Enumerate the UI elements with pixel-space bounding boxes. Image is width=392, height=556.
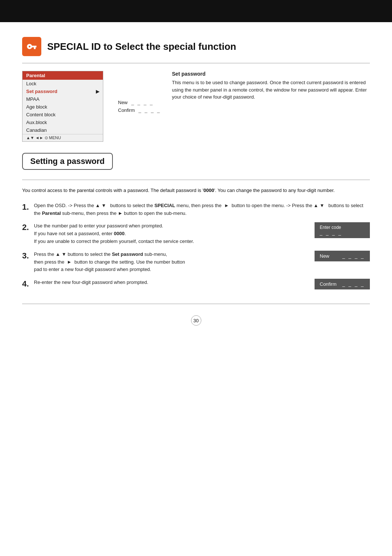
menu-item-age-block[interactable]: Age block: [22, 103, 103, 111]
confirm-code-box: Confirm _ _ _ _: [315, 279, 370, 289]
step-3-aside: New _ _ _ _: [315, 251, 370, 261]
arrow-icon: ▶: [96, 89, 99, 94]
step-3-number: 3.: [22, 251, 34, 261]
step-4-aside: Confirm _ _ _ _: [315, 279, 370, 289]
confirm-code-label: Confirm: [320, 281, 337, 287]
new-label: New: [118, 100, 128, 105]
steps-container: 1. Open the OSD. -> Press the ▲ ▼ button…: [22, 202, 370, 295]
description-text: This menu is to be used to change passwo…: [172, 79, 370, 101]
confirm-code-dashes: _ _ _ _: [342, 281, 365, 287]
enter-code-dashes: _ _ _ _: [320, 230, 342, 236]
menu-desc-row: Parental Lock Set password ▶ MPAA Age bl…: [22, 71, 370, 142]
step-4: 4. Re-enter the new four-digit password …: [22, 279, 370, 289]
menu-item-content-block[interactable]: Content block: [22, 111, 103, 119]
menu-item-canadian[interactable]: Canadian: [22, 126, 103, 134]
new-confirm-panel: New _ _ _ _ Confirm _ _ _ _: [118, 71, 161, 142]
default-pw-bold: 0000: [114, 231, 125, 236]
new-code-dashes: _ _ _ _: [342, 253, 365, 259]
step-3: 3. Press the ▲ ▼ buttons to select the S…: [22, 251, 370, 274]
menu-panel-header: Parental: [22, 71, 103, 80]
description-panel: Set password This menu is to be used to …: [172, 71, 370, 142]
step-2-body: Use the number pad to enter your passwor…: [34, 222, 307, 245]
confirm-row: Confirm _ _ _ _: [118, 107, 161, 113]
special-bold: SPECIAL: [155, 203, 175, 208]
menu-item-aux-block[interactable]: Aux.block: [22, 119, 103, 126]
step-4-body: Re-enter the new four-digit password whe…: [34, 279, 307, 286]
step-1: 1. Open the OSD. -> Press the ▲ ▼ button…: [22, 202, 370, 217]
confirm-dashes: _ _ _ _: [139, 107, 161, 113]
description-title: Set password: [172, 71, 370, 77]
top-bar: [0, 0, 392, 22]
enter-code-box: Enter code _ _ _ _: [315, 222, 370, 238]
step-2-aside: Enter code _ _ _ _: [315, 222, 370, 238]
menu-footer: ▲▼ ◄► ⊙ MENU: [22, 134, 103, 141]
new-code-box: New _ _ _ _: [315, 251, 370, 261]
section-title: SPECIAL ID to Select the special functio…: [47, 41, 236, 52]
step-3-body: Press the ▲ ▼ buttons to select the Set …: [34, 251, 307, 274]
menu-items-list: Lock Set password ▶ MPAA Age block Conte…: [22, 80, 103, 134]
top-divider: [22, 63, 370, 64]
step-4-number: 4.: [22, 279, 34, 289]
section-header: SPECIAL ID to Select the special functio…: [22, 37, 370, 56]
intro-text: You control access to the parental contr…: [22, 187, 370, 195]
set-password-bold: Set password: [112, 251, 143, 257]
step-1-body: Open the OSD. -> Press the ▲ ▼ buttons t…: [34, 202, 370, 217]
menu-item-set-password[interactable]: Set password ▶: [22, 87, 103, 95]
new-code-label: New: [320, 253, 329, 259]
step-2-number: 2.: [22, 222, 34, 233]
default-password: 0000: [204, 188, 214, 193]
mid-divider: [22, 179, 370, 180]
enter-code-label: Enter code: [320, 225, 342, 230]
step-2: 2. Use the number pad to enter your pass…: [22, 222, 370, 245]
menu-panel: Parental Lock Set password ▶ MPAA Age bl…: [22, 71, 103, 142]
new-dashes: _ _ _ _: [131, 100, 154, 105]
menu-item-lock[interactable]: Lock: [22, 80, 103, 87]
parental-bold: Parental: [42, 210, 61, 216]
section-icon-box: [22, 37, 41, 56]
bottom-divider: [22, 303, 370, 304]
confirm-label: Confirm: [118, 107, 135, 113]
page-number: 30: [191, 315, 201, 326]
menu-item-mpaa[interactable]: MPAA: [22, 95, 103, 103]
new-row: New _ _ _ _: [118, 100, 161, 105]
step-1-number: 1.: [22, 202, 34, 213]
key-icon: [27, 41, 37, 52]
setting-password-heading: Setting a password: [22, 153, 113, 170]
page-number-container: 30: [22, 315, 370, 326]
